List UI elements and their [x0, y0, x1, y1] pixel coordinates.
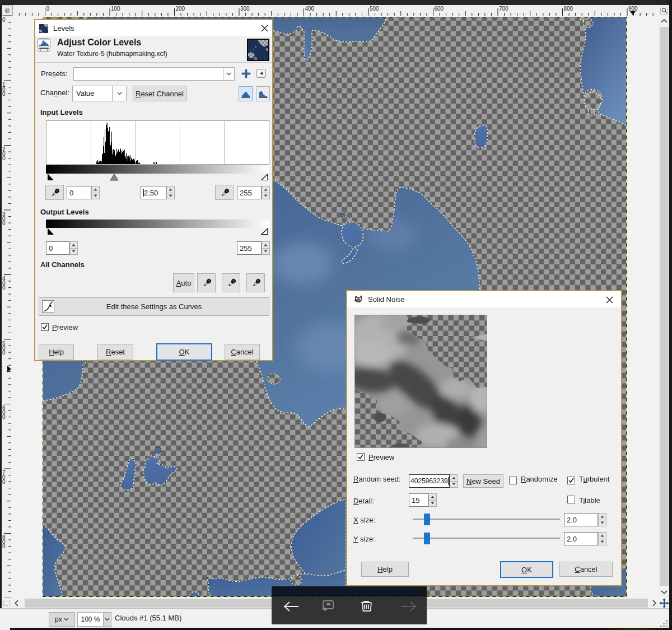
- svg-text:0: 0: [2, 17, 6, 23]
- svg-text:600: 600: [435, 6, 444, 12]
- svg-text:0: 0: [2, 155, 6, 161]
- svg-text:400: 400: [305, 6, 315, 12]
- svg-text:0: 0: [2, 284, 6, 291]
- svg-text:500: 500: [370, 6, 379, 12]
- svg-text:100: 100: [111, 6, 120, 12]
- svg-text:200: 200: [176, 6, 185, 12]
- svg-text:0: 0: [2, 91, 6, 97]
- svg-text:0: 0: [2, 479, 6, 485]
- svg-text:0: 0: [2, 543, 6, 549]
- svg-text:0: 0: [2, 220, 6, 226]
- svg-text:0: 0: [2, 414, 6, 420]
- svg-text:800: 800: [564, 6, 573, 12]
- svg-text:0: 0: [2, 349, 6, 356]
- svg-text:0: 0: [46, 6, 50, 12]
- svg-text:300: 300: [240, 6, 250, 12]
- svg-text:900: 900: [628, 6, 638, 12]
- svg-text:700: 700: [499, 6, 508, 12]
